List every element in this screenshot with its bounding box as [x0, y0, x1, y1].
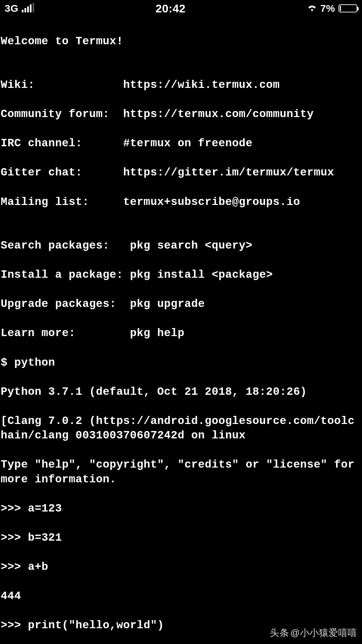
signal-icon: [22, 4, 34, 12]
terminal-line: [Clang 7.0.2 (https://android.googlesour…: [1, 414, 361, 443]
terminal-line: Wiki: https://wiki.termux.com: [1, 78, 361, 93]
terminal-line: Type "help", "copyright", "credits" or "…: [1, 458, 361, 487]
terminal-line: Install a package: pkg install <package>: [1, 268, 361, 282]
terminal-line: >>> a=123: [1, 501, 361, 516]
terminal-line: Python 3.7.1 (default, Oct 21 2018, 18:2…: [1, 385, 361, 399]
wifi-icon: [307, 2, 317, 15]
terminal-line: $ python: [1, 356, 361, 370]
terminal-line: IRC channel: #termux on freenode: [1, 136, 361, 151]
terminal-line: 444: [1, 589, 361, 604]
battery-icon: [339, 4, 357, 12]
terminal-line: >>> b=321: [1, 531, 361, 545]
terminal-line: Search packages: pkg search <query>: [1, 238, 361, 253]
watermark: 头条 @小小猿爱嘻嘻: [270, 627, 357, 639]
clock: 20:42: [156, 1, 185, 16]
watermark-author: @小小猿爱嘻嘻: [290, 627, 357, 639]
terminal-line: Mailing list: termux+subscribe@groups.io: [1, 195, 361, 210]
battery-pct: 7%: [320, 2, 335, 15]
network-label: 3G: [5, 2, 18, 15]
terminal-line: Welcome to Termux!: [1, 34, 361, 49]
terminal-line: >>> a+b: [1, 560, 361, 575]
watermark-brand: 头条: [270, 627, 289, 639]
status-bar: 3G 20:42 7%: [0, 0, 362, 17]
terminal-line: Upgrade packages: pkg upgrade: [1, 297, 361, 312]
terminal-line: Community forum: https://termux.com/comm…: [1, 107, 361, 122]
terminal-line: Gitter chat: https://gitter.im/termux/te…: [1, 165, 361, 180]
status-left: 3G: [5, 2, 34, 15]
terminal-line: Learn more: pkg help: [1, 326, 361, 341]
status-right: 7%: [307, 2, 357, 15]
terminal[interactable]: Welcome to Termux! Wiki: https://wiki.te…: [0, 17, 362, 644]
